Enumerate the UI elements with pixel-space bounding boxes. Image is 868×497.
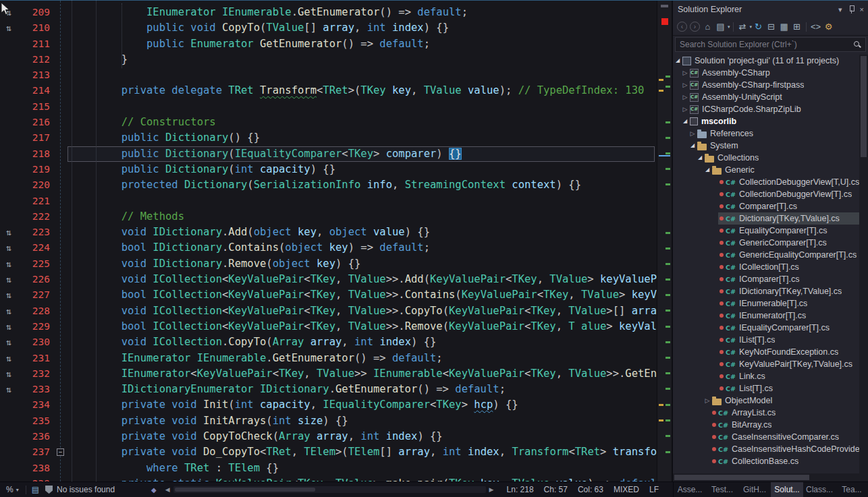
- code-line[interactable]: 219 public Dictionary(int capacity) {}: [0, 162, 657, 177]
- tree-item-body[interactable]: C#Assembly-UnityScript: [688, 91, 859, 103]
- tree-item-body[interactable]: C#IComparer[T].cs: [718, 273, 859, 285]
- reference-arrows-icon[interactable]: ⇅: [0, 272, 18, 287]
- code-line[interactable]: ⇅227 bool ICollection<KeyValuePair<TKey,…: [0, 287, 657, 303]
- code-text[interactable]: private delegate TRet Transform<TRet>(TK…: [71, 83, 657, 98]
- tree-item-body[interactable]: C#KeyNotFoundException.cs: [718, 346, 859, 358]
- code-line[interactable]: 218 public Dictionary(IEqualityComparer<…: [0, 146, 657, 162]
- code-text[interactable]: void ICollection<KeyValuePair<TKey, TVal…: [71, 272, 657, 287]
- tree-item-body[interactable]: References: [696, 127, 859, 140]
- code-line[interactable]: ⇅231 IEnumerator IEnumerable.GetEnumerat…: [0, 351, 657, 366]
- tree-item-assembly-unityscript[interactable]: ▷C#Assembly-UnityScript: [673, 91, 859, 103]
- tree-item-body[interactable]: System: [696, 140, 859, 152]
- tree-item-body[interactable]: C#CollectionDebuggerView[T,U].cs: [718, 176, 859, 188]
- tree-item-body[interactable]: Generic: [711, 164, 859, 176]
- tree-item-collectionbase-cs[interactable]: C#CollectionBase.cs: [673, 455, 859, 467]
- fold-collapse-icon[interactable]: −: [57, 448, 64, 456]
- tree-item-body[interactable]: Solution 'project-gui' (11 of 11 project…: [681, 55, 859, 67]
- tree-item-body[interactable]: C#IList[T].cs: [718, 334, 859, 346]
- editor-horizontal-scrollbar[interactable]: [173, 486, 486, 493]
- panel-vertical-scrollbar[interactable]: [859, 55, 868, 473]
- tree-item-bitarray-cs[interactable]: C#BitArray.cs: [673, 419, 859, 431]
- tree-item-body[interactable]: C#CaseInsensitiveComparer.cs: [711, 431, 859, 443]
- code-text[interactable]: void ICollection.CopyTo(Array array, int…: [71, 334, 657, 350]
- expand-arrow-icon[interactable]: ▷: [682, 79, 688, 91]
- tree-item-collections[interactable]: ◢Collections: [673, 152, 859, 164]
- code-text[interactable]: IDictionaryEnumerator IDictionary.GetEnu…: [71, 382, 657, 397]
- home-icon[interactable]: ⌂: [701, 20, 714, 34]
- code-line[interactable]: 221: [0, 194, 657, 209]
- code-line[interactable]: 214 private delegate TRet Transform<TRet…: [0, 83, 657, 98]
- code-line[interactable]: 222 // Methods: [0, 209, 657, 225]
- tree-item-body[interactable]: ObjectModel: [711, 394, 859, 407]
- tree-item-body[interactable]: C#CaseInsensitiveHashCodeProvider.cs: [711, 443, 859, 455]
- tree-item-icsharpcode-sharpziplib[interactable]: ▷C#ICSharpCode.SharpZipLib: [673, 103, 859, 115]
- reference-arrows-icon[interactable]: ⇅: [0, 256, 18, 272]
- tree-item-genericequalitycomparer-t-cs[interactable]: C#GenericEqualityComparer[T].cs: [673, 249, 859, 261]
- code-text[interactable]: private static KeyValuePair<TKey, TValue…: [71, 476, 657, 481]
- code-text[interactable]: public Dictionary(IEqualityComparer<TKey…: [71, 146, 657, 162]
- tree-item-body[interactable]: C#Assembly-CSharp: [688, 67, 859, 79]
- code-text[interactable]: private void InitArrays(int size) {}: [71, 413, 657, 429]
- tree-item-comparer-t-cs[interactable]: C#Comparer[T].cs: [673, 200, 859, 212]
- code-line[interactable]: ⇅230 void ICollection.CopyTo(Array array…: [0, 334, 657, 350]
- code-line[interactable]: ⇅225 void IDictionary.Remove(object key)…: [0, 256, 657, 272]
- tree-item-body[interactable]: C#ICSharpCode.SharpZipLib: [688, 103, 859, 115]
- tree-item-arraylist-cs[interactable]: C#ArrayList.cs: [673, 407, 859, 419]
- tree-item-body[interactable]: C#GenericComparer[T].cs: [718, 237, 859, 249]
- code-editor[interactable]: ⇅209 IEnumerator IEnumerable.GetEnumerat…: [0, 1, 672, 481]
- tree-item-assembly-csharp[interactable]: ▷C#Assembly-CSharp: [673, 67, 859, 79]
- tree-item-collectiondebuggerview-t-cs[interactable]: C#CollectionDebuggerView[T].cs: [673, 188, 859, 200]
- settings-wrench-icon[interactable]: ⚙: [822, 20, 835, 34]
- code-line[interactable]: ⇅223 void IDictionary.Add(object key, ob…: [0, 225, 657, 240]
- tree-item-ilist-t-cs[interactable]: C#IList[T].cs: [673, 334, 859, 346]
- tree-item-body[interactable]: C#ArrayList.cs: [711, 407, 859, 419]
- tree-item-solution-project-gui-11-of-11-projects[interactable]: ◢Solution 'project-gui' (11 of 11 projec…: [673, 55, 859, 67]
- tree-item-icollection-t-cs[interactable]: C#ICollection[T].cs: [673, 261, 859, 273]
- code-text[interactable]: void ICollection<KeyValuePair<TKey, TVal…: [71, 303, 657, 319]
- code-text[interactable]: [71, 67, 657, 83]
- tree-item-system[interactable]: ◢System: [673, 140, 859, 152]
- expand-arrow-icon[interactable]: ▷: [689, 127, 696, 140]
- view-code-icon[interactable]: <>: [809, 20, 822, 34]
- code-text[interactable]: public void CopyTo(TValue[] array, int i…: [71, 20, 657, 36]
- code-text[interactable]: IEnumerator IEnumerable.GetEnumerator() …: [71, 5, 657, 20]
- refresh-icon[interactable]: ↻: [752, 20, 765, 34]
- switch-views-icon[interactable]: ▤: [714, 20, 727, 34]
- expand-arrow-icon[interactable]: ▷: [682, 103, 688, 115]
- back-icon[interactable]: ‹: [677, 22, 687, 32]
- expand-arrow-icon[interactable]: ▷: [682, 67, 688, 79]
- pin-icon[interactable]: [848, 5, 855, 13]
- panel-tab-class[interactable]: Class...: [803, 482, 836, 497]
- expand-arrow-icon[interactable]: ▷: [704, 394, 711, 407]
- reference-arrows-icon[interactable]: ⇅: [0, 240, 18, 256]
- tree-item-body[interactable]: mscorlib: [688, 115, 859, 127]
- code-line[interactable]: 220 protected Dictionary(SerializationIn…: [0, 177, 657, 193]
- tree-item-body[interactable]: C#IEnumerator[T].cs: [718, 310, 859, 322]
- tree-item-ienumerable-t-cs[interactable]: C#IEnumerable[T].cs: [673, 297, 859, 310]
- code-line[interactable]: 217 public Dictionary() {}: [0, 130, 657, 146]
- scrollbar-thumb[interactable]: [175, 488, 315, 492]
- search-input[interactable]: Search Solution Explorer (Ctrl+`): [680, 40, 853, 49]
- tree-item-assembly-csharp-firstpass[interactable]: ▷C#Assembly-CSharp-firstpass: [673, 79, 859, 91]
- code-text[interactable]: public Dictionary() {}: [71, 130, 657, 146]
- collapse-arrow-icon[interactable]: ◢: [689, 140, 696, 152]
- tree-item-genericcomparer-t-cs[interactable]: C#GenericComparer[T].cs: [673, 237, 859, 249]
- code-text[interactable]: bool ICollection<KeyValuePair<TKey, TVal…: [71, 287, 657, 303]
- tree-item-ienumerator-t-cs[interactable]: C#IEnumerator[T].cs: [673, 310, 859, 322]
- sync-with-active-document-icon[interactable]: ⇄: [736, 20, 749, 34]
- reference-arrows-icon[interactable]: ⇅: [0, 334, 18, 350]
- code-text[interactable]: bool ICollection<KeyValuePair<TKey, TVal…: [71, 319, 657, 334]
- tree-item-body[interactable]: C#Link.cs: [718, 370, 859, 382]
- editor-vertical-scrollbar[interactable]: [657, 1, 672, 481]
- tree-item-idictionary-tkey-tvalue-cs[interactable]: C#IDictionary[TKey,TValue].cs: [673, 285, 859, 297]
- reference-arrows-icon[interactable]: ⇅: [0, 382, 18, 397]
- tree-item-dictionary-tkey-tvalue-cs[interactable]: C#Dictionary[TKey,TValue].cs: [673, 212, 859, 225]
- tree-item-body[interactable]: C#Dictionary[TKey,TValue].cs: [718, 212, 859, 225]
- code-text[interactable]: [71, 99, 657, 115]
- forward-icon[interactable]: ›: [690, 22, 700, 32]
- code-text[interactable]: bool IDictionary.Contains(object key) =>…: [71, 240, 657, 256]
- tree-item-references[interactable]: ▷References: [673, 127, 859, 140]
- reference-arrows-icon[interactable]: ⇅: [0, 303, 18, 319]
- split-editor-handle[interactable]: [661, 5, 668, 7]
- tree-item-body[interactable]: C#ICollection[T].cs: [718, 261, 859, 273]
